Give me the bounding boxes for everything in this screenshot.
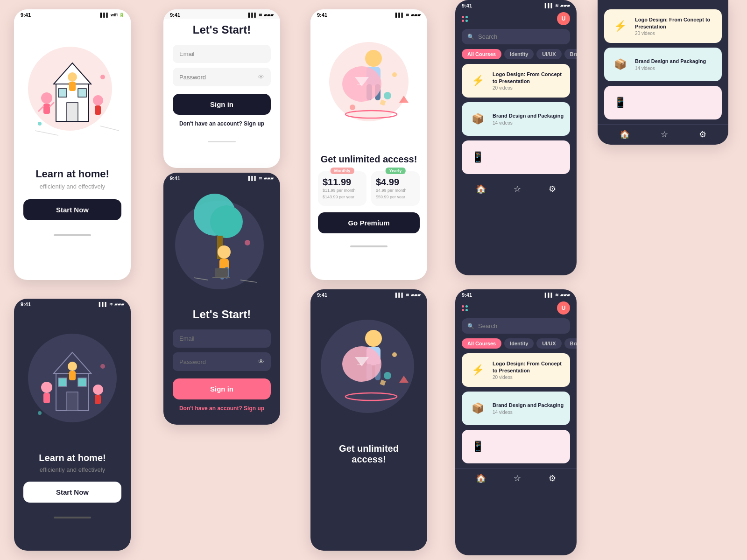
svg-point-44 — [210, 205, 243, 238]
start-now-button-dark[interactable]: Start Now — [23, 482, 121, 503]
email-field-dark[interactable] — [173, 329, 271, 348]
svg-marker-26 — [399, 96, 409, 103]
dot-4 — [465, 20, 468, 22]
password-field-dark[interactable]: 👁 — [173, 352, 271, 371]
course-title-brand-tr: Brand Design and Packaging — [635, 58, 706, 64]
status-bar-5: 9:41 ▌▌▌ ≋ ▰▰▰ — [14, 299, 131, 308]
course-card-brand-tr[interactable]: 📦 Brand Design and Packaging 14 videos — [604, 48, 722, 81]
course-videos-brand-tr: 14 videos — [635, 66, 706, 71]
svg-rect-65 — [380, 380, 386, 386]
svg-rect-10 — [69, 82, 76, 91]
filter-uiux-8[interactable]: UI/UX — [536, 338, 561, 349]
signal-icon-5: ▌▌▌ — [99, 302, 108, 307]
course-title-brand-4: Brand Design and Packaging — [493, 112, 564, 119]
filter-identity[interactable]: Identity — [504, 49, 534, 59]
dark-header-4: U — [455, 9, 577, 29]
svg-rect-4 — [78, 89, 86, 97]
dark-form-content: Let's Start! 👁 Sign in Don't have an acc… — [163, 303, 280, 421]
course-card-mobile-8[interactable]: 📱 — [462, 430, 570, 463]
filter-all-courses[interactable]: All Courses — [462, 49, 501, 59]
email-input-dark[interactable] — [179, 335, 264, 342]
eye-toggle-light[interactable]: 👁 — [258, 73, 264, 81]
status-icons-6: ▌▌▌ ≋ ▰▰▰ — [248, 176, 274, 181]
svg-rect-32 — [67, 392, 78, 411]
signal-icon-2: ▌▌▌ — [248, 13, 257, 17]
svg-line-7 — [39, 106, 43, 111]
course-card-brand-8[interactable]: 📦 Brand Design and Packaging 14 videos — [462, 392, 570, 425]
course-card-logo-8[interactable]: ⚡ Logo Design: From Concept to Presentat… — [462, 353, 570, 387]
course-card-logo-tr[interactable]: ⚡ Logo Design: From Concept to Presentat… — [604, 9, 722, 43]
filter-brandi-8[interactable]: Brandi... — [564, 338, 577, 349]
svg-line-54 — [240, 280, 257, 282]
phone-courses-dark-top: 9:41 ▌▌▌ ≋ ▰▰▰ U 🔍 Search All Courses Id… — [455, 0, 577, 275]
go-premium-button[interactable]: Go Premium — [318, 212, 420, 233]
email-field-light[interactable] — [173, 45, 271, 63]
grid-icon-8[interactable] — [462, 305, 469, 311]
status-icons-7: ▌▌▌ ≋ ▰▰▰ — [395, 293, 421, 297]
eye-toggle-dark[interactable]: 👁 — [258, 358, 264, 365]
grid-icon-4[interactable] — [462, 16, 469, 22]
avatar-8[interactable]: U — [557, 301, 570, 315]
svg-point-63 — [392, 352, 397, 357]
phone5-content: Learn at home! efficiently and effective… — [14, 448, 131, 512]
password-input-dark[interactable] — [179, 358, 258, 365]
bottom-nav-4: 🏠 ☆ ⚙ — [455, 179, 577, 198]
home-nav-icon-4[interactable]: 🏠 — [476, 184, 486, 194]
svg-rect-50 — [215, 268, 228, 277]
star-nav-icon-4[interactable]: ☆ — [514, 184, 521, 194]
signin-button-light[interactable]: Sign in — [173, 94, 271, 115]
password-field-light[interactable]: 👁 — [173, 68, 271, 86]
password-input-light[interactable] — [179, 74, 258, 81]
wifi-icon-8: ≋ — [555, 293, 559, 297]
start-now-button-light[interactable]: Start Now — [23, 199, 121, 220]
svg-point-52 — [245, 240, 250, 245]
settings-nav-icon-4[interactable]: ⚙ — [549, 184, 556, 194]
search-bar-8[interactable]: 🔍 Search — [462, 318, 570, 334]
course-card-mobile-tr[interactable]: 📱 — [604, 86, 722, 119]
signup-link-light[interactable]: Sign up — [244, 120, 264, 127]
course-videos-brand-8: 14 videos — [493, 410, 564, 415]
phone1-subtitle: efficiently and effectively — [23, 183, 121, 190]
svg-point-11 — [93, 95, 103, 105]
star-nav-icon-tr[interactable]: ☆ — [661, 129, 668, 140]
home-nav-icon-8[interactable]: 🏠 — [476, 473, 486, 483]
phone-courses-partial-top-right: ⚡ Logo Design: From Concept to Presentat… — [598, 0, 728, 145]
star-nav-icon-8[interactable]: ☆ — [514, 473, 521, 483]
course-card-brand-4[interactable]: 📦 Brand Design and Packaging 14 videos — [462, 102, 570, 136]
dark-signup-link[interactable]: Sign up — [244, 405, 264, 412]
filter-all-8[interactable]: All Courses — [462, 338, 501, 349]
svg-rect-12 — [95, 105, 101, 115]
svg-text:→: → — [356, 360, 363, 368]
course-title-logo-4: Logo Design: From Concept to Presentatio… — [493, 71, 564, 84]
filter-identity-8[interactable]: Identity — [504, 338, 534, 349]
svg-point-35 — [41, 382, 52, 393]
lets-start-content: Let's Start! 👁 Sign in Don't have an acc… — [163, 19, 280, 136]
course-title-brand-8: Brand Design and Packaging — [493, 402, 564, 408]
phone6-illustration — [163, 182, 280, 303]
pricing-card-monthly: Monthly $11.99 $11.99 per month $143.99 … — [318, 171, 366, 206]
signal-icon-3: ▌▌▌ — [395, 13, 404, 17]
svg-rect-40 — [95, 395, 101, 404]
search-placeholder-8: Search — [478, 322, 497, 329]
course-icon-mobile-8: 📱 — [467, 436, 488, 457]
course-icon-brand-4: 📦 — [467, 109, 488, 129]
settings-nav-icon-tr[interactable]: ⚙ — [699, 129, 706, 140]
svg-line-8 — [50, 103, 54, 106]
home-nav-icon-tr[interactable]: 🏠 — [620, 129, 630, 140]
svg-point-5 — [41, 92, 52, 104]
course-title-logo-tr: Logo Design: From Concept to Presentatio… — [635, 16, 716, 30]
email-input-light[interactable] — [179, 50, 264, 57]
avatar-4[interactable]: U — [557, 12, 570, 25]
dot-8-2 — [465, 305, 468, 308]
filter-uiux[interactable]: UI/UX — [536, 49, 561, 59]
filter-brandi[interactable]: Brandi... — [564, 49, 577, 59]
signin-button-dark[interactable]: Sign in — [173, 378, 271, 399]
course-icon-mobile-4: 📱 — [467, 147, 488, 168]
svg-line-53 — [194, 278, 208, 280]
course-card-logo-4[interactable]: ⚡ Logo Design: From Concept to Presentat… — [462, 64, 570, 98]
course-card-mobile-4[interactable]: 📱 — [462, 140, 570, 174]
signup-prompt-light: Don't have an account? Sign up — [173, 120, 271, 127]
lets-start-title: Let's Start! — [173, 23, 271, 36]
settings-nav-icon-8[interactable]: ⚙ — [549, 473, 556, 483]
search-bar-4[interactable]: 🔍 Search — [462, 29, 570, 44]
